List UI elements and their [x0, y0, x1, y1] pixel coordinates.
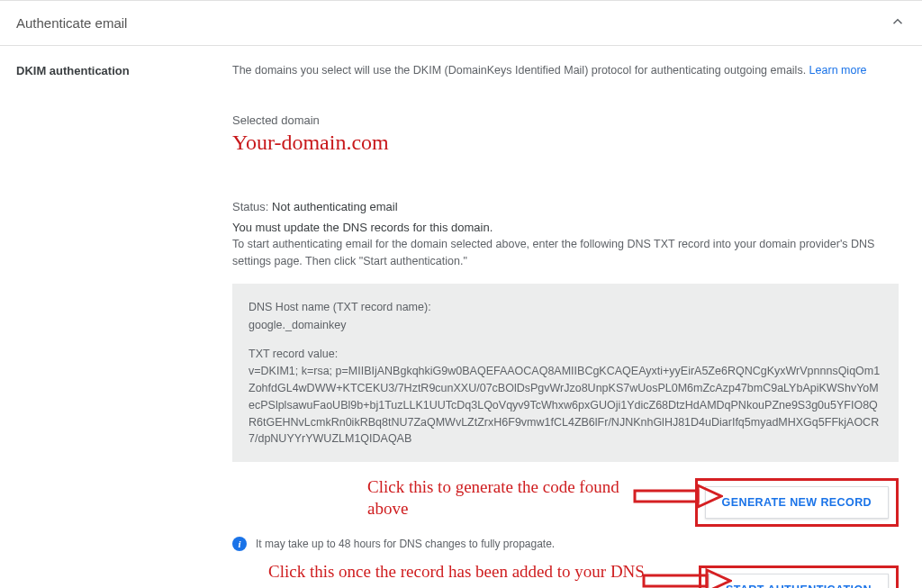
left-column: DKIM authentication	[16, 62, 232, 588]
intro-body: The domains you select will use the DKIM…	[232, 64, 806, 77]
learn-more-link[interactable]: Learn more	[809, 64, 867, 77]
section-header-authenticate-email[interactable]: Authenticate email	[0, 0, 922, 46]
start-button-row: Click this once the record has been adde…	[232, 565, 899, 588]
selected-domain-value: Your-domain.com	[232, 131, 899, 155]
start-authentication-button[interactable]: START AUTHENTICATION	[709, 574, 889, 588]
status-value: Not authenticating email	[272, 200, 397, 213]
section-title: Authenticate email	[16, 15, 127, 31]
info-48h-row: i It may take up to 48 hours for DNS cha…	[232, 536, 899, 552]
dns-record-box: DNS Host name (TXT record name): google.…	[232, 284, 899, 462]
annotation-start-wrap: Click this once the record has been adde…	[268, 561, 655, 583]
dns-txt-label: TXT record value:	[249, 345, 882, 363]
info-48h-text: It may take up to 48 hours for DNS chang…	[256, 536, 555, 552]
right-column: The domains you select will use the DKIM…	[232, 62, 899, 588]
svg-marker-1	[698, 485, 721, 507]
annotation-generate-wrap: Click this to generate the code found ab…	[367, 476, 619, 520]
arrow-right-icon	[633, 482, 723, 511]
annotation-start: Click this once the record has been adde…	[268, 561, 655, 583]
arrow-right-icon	[642, 566, 732, 588]
intro-text: The domains you select will use the DKIM…	[232, 62, 899, 79]
chevron-up-icon	[890, 14, 906, 32]
update-instruction: To start authenticating email for the do…	[232, 236, 899, 270]
svg-marker-3	[707, 570, 730, 588]
update-heading: You must update the DNS records for this…	[232, 221, 899, 234]
status-label: Status:	[232, 200, 268, 213]
selected-domain-label: Selected domain	[232, 113, 899, 127]
info-icon: i	[232, 537, 247, 551]
annotation-generate: Click this to generate the code found ab…	[367, 476, 619, 520]
dns-txt-value: v=DKIM1; k=rsa; p=MIIBIjANBgkqhkiG9w0BAQ…	[249, 363, 882, 448]
generate-new-record-button[interactable]: GENERATE NEW RECORD	[705, 486, 889, 519]
svg-rect-2	[644, 575, 707, 586]
dns-host-label: DNS Host name (TXT record name):	[249, 298, 882, 316]
dkim-heading: DKIM authentication	[16, 64, 232, 77]
dns-host-value: google._domainkey	[249, 316, 882, 334]
status-line: Status: Not authenticating email	[232, 200, 899, 213]
generate-button-frame: GENERATE NEW RECORD	[695, 478, 899, 527]
generate-button-row: Click this to generate the code found ab…	[232, 478, 899, 527]
section-content: DKIM authentication The domains you sele…	[0, 46, 922, 588]
svg-rect-0	[635, 491, 698, 502]
